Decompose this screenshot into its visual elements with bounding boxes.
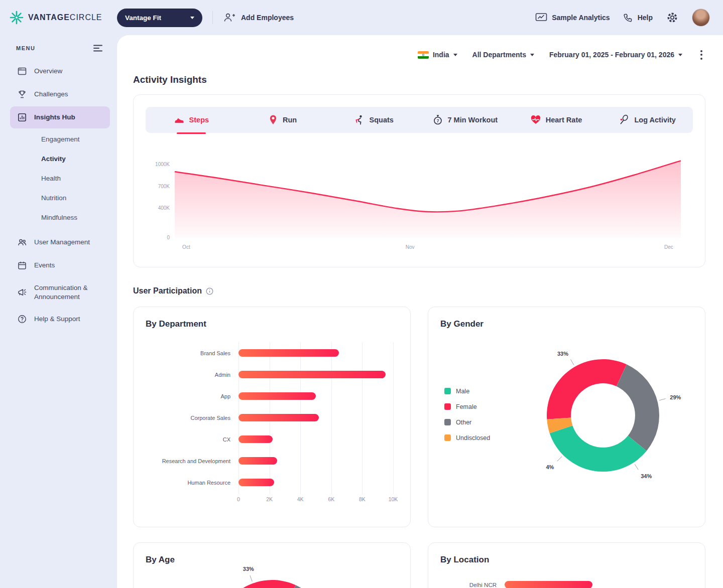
shoe-icon bbox=[174, 114, 185, 125]
timer-icon: 7 bbox=[432, 114, 443, 125]
sample-analytics-button[interactable]: Sample Analytics bbox=[535, 13, 610, 23]
chevron-down-icon bbox=[453, 54, 457, 56]
sidebar-item-label: Insights Hub bbox=[34, 113, 75, 122]
card-title: By Age bbox=[146, 555, 398, 565]
top-bar: VANTAGECIRCLE Vantage Fit Add Employees … bbox=[0, 0, 723, 35]
by-age-card: By Age 33%29%34%4% bbox=[133, 542, 411, 588]
tab-log-activity[interactable]: Log Activity bbox=[601, 107, 693, 133]
avatar[interactable] bbox=[692, 9, 710, 27]
svg-text:0: 0 bbox=[167, 235, 170, 240]
sidebar-subitem-mindfulness[interactable]: Mindfulness bbox=[10, 208, 110, 227]
megaphone-icon bbox=[17, 287, 27, 298]
insights-icon bbox=[17, 112, 27, 122]
sidebar-item-communication[interactable]: Communication & Announcement bbox=[10, 277, 110, 307]
tab-run[interactable]: Run bbox=[237, 107, 328, 133]
departments-filter-dropdown[interactable]: All Departments bbox=[472, 51, 534, 59]
racket-icon bbox=[619, 114, 630, 125]
tab-steps[interactable]: Steps bbox=[146, 107, 237, 133]
tab-label: Run bbox=[283, 116, 297, 124]
sidebar-item-help-support[interactable]: Help & Support bbox=[10, 308, 110, 330]
bar-row: Brand Sales bbox=[146, 342, 398, 364]
sidebar-item-user-management[interactable]: User Management bbox=[10, 231, 110, 253]
line-area-chart: 0400K700K1000KOctNovDec bbox=[146, 150, 693, 253]
country-filter-label: India bbox=[433, 51, 449, 59]
bar bbox=[238, 349, 339, 357]
svg-text:Oct: Oct bbox=[182, 244, 190, 250]
sidebar-item-events[interactable]: Events bbox=[10, 254, 110, 276]
gear-icon[interactable] bbox=[666, 11, 679, 24]
bar-row: Research and Development bbox=[146, 450, 398, 472]
person-add-icon bbox=[223, 12, 236, 23]
department-bar-chart-container: Brand SalesAdminAppCorporate SalesCXRese… bbox=[146, 342, 398, 504]
legend-item[interactable]: Other bbox=[444, 419, 520, 426]
legend-item[interactable]: Female bbox=[444, 403, 520, 410]
help-button[interactable]: Help bbox=[623, 13, 653, 23]
sidebar-subitem-health[interactable]: Health bbox=[10, 169, 110, 188]
legend-item[interactable]: Undisclosed bbox=[444, 434, 520, 442]
gender-donut-chart-container: 33%29%34%4% bbox=[520, 335, 686, 494]
tab-label: Squats bbox=[370, 116, 394, 124]
donut-percent-label: 33% bbox=[243, 566, 254, 572]
india-flag-icon bbox=[418, 51, 429, 59]
chevron-down-icon bbox=[190, 17, 194, 19]
more-options-kebab-menu[interactable] bbox=[697, 48, 705, 62]
phone-icon bbox=[623, 13, 633, 23]
sidebar-item-label: Challenges bbox=[34, 90, 68, 99]
bar bbox=[238, 479, 274, 486]
card-title: By Gender bbox=[440, 319, 693, 329]
tab-heart-rate[interactable]: Heart Rate bbox=[511, 107, 602, 133]
brand-word-2: CIRCLE bbox=[70, 13, 102, 22]
country-filter-dropdown[interactable]: India bbox=[418, 51, 457, 59]
sidebar-subitem-label: Nutrition bbox=[41, 194, 66, 202]
product-switcher-dropdown[interactable]: Vantage Fit bbox=[117, 9, 202, 27]
sidebar: MENU Overview Challenges Insights Hub En… bbox=[0, 35, 117, 588]
donut-slice bbox=[617, 364, 659, 451]
legend-item[interactable]: Male bbox=[444, 388, 520, 395]
bar bbox=[238, 435, 273, 443]
tab-label: Log Activity bbox=[634, 116, 675, 124]
sample-analytics-label: Sample Analytics bbox=[552, 14, 610, 22]
departments-filter-label: All Departments bbox=[472, 51, 526, 59]
sidebar-subitem-activity[interactable]: Activity bbox=[10, 149, 110, 169]
legend-label: Undisclosed bbox=[456, 434, 490, 442]
by-department-card: By Department Brand SalesAdminAppCorpora… bbox=[133, 307, 411, 527]
filters-row: India All Departments February 01, 2025 … bbox=[133, 35, 705, 62]
legend-swatch bbox=[444, 388, 451, 394]
heart-pulse-icon bbox=[530, 115, 541, 125]
donut-chart: 33%29%34%4% bbox=[189, 566, 355, 588]
brand-word-1: VANTAGE bbox=[28, 13, 70, 22]
legend-swatch bbox=[444, 403, 451, 410]
sidebar-subitem-engagement[interactable]: Engagement bbox=[10, 129, 110, 149]
bar-category-label: Delhi NCR bbox=[440, 582, 505, 588]
sidebar-subitem-label: Activity bbox=[41, 155, 66, 163]
bar-row: Human Resource bbox=[146, 472, 398, 493]
tab-squats[interactable]: Squats bbox=[328, 107, 419, 133]
participation-grid: By Department Brand SalesAdminAppCorpora… bbox=[133, 307, 705, 588]
date-range-dropdown[interactable]: February 01, 2025 - February 01, 2026 bbox=[549, 51, 682, 59]
sidebar-collapse-icon[interactable] bbox=[93, 44, 103, 52]
bar-row: CX bbox=[146, 428, 398, 450]
info-icon[interactable] bbox=[206, 287, 213, 295]
sidebar-item-insights-hub[interactable]: Insights Hub bbox=[10, 106, 110, 128]
svg-text:400K: 400K bbox=[158, 205, 170, 211]
bar bbox=[238, 414, 319, 421]
sidebar-item-challenges[interactable]: Challenges bbox=[10, 83, 110, 105]
bar-category-label: App bbox=[146, 393, 238, 399]
location-bar-chart-container: Delhi NCR bbox=[440, 574, 693, 588]
sidebar-subitem-nutrition[interactable]: Nutrition bbox=[10, 188, 110, 208]
bar-category-label: Admin bbox=[146, 372, 238, 378]
tab-7-min-workout[interactable]: 7 7 Min Workout bbox=[419, 107, 511, 133]
bar-chart: Brand SalesAdminAppCorporate SalesCXRese… bbox=[146, 342, 398, 504]
legend-swatch bbox=[444, 419, 451, 425]
sidebar-item-overview[interactable]: Overview bbox=[10, 60, 110, 82]
sidebar-item-label: Communication & Announcement bbox=[34, 283, 103, 301]
date-range-label: February 01, 2025 - February 01, 2026 bbox=[549, 51, 674, 59]
gender-chart-body: MaleFemaleOtherUndisclosed 33%29%34%4% bbox=[440, 335, 693, 494]
svg-text:700K: 700K bbox=[158, 184, 170, 189]
svg-text:1000K: 1000K bbox=[155, 162, 170, 167]
add-employees-button[interactable]: Add Employees bbox=[223, 12, 294, 23]
squat-figure-icon bbox=[354, 114, 365, 125]
bar bbox=[238, 371, 386, 378]
users-icon bbox=[17, 237, 27, 247]
bar-category-label: Corporate Sales bbox=[146, 415, 238, 421]
